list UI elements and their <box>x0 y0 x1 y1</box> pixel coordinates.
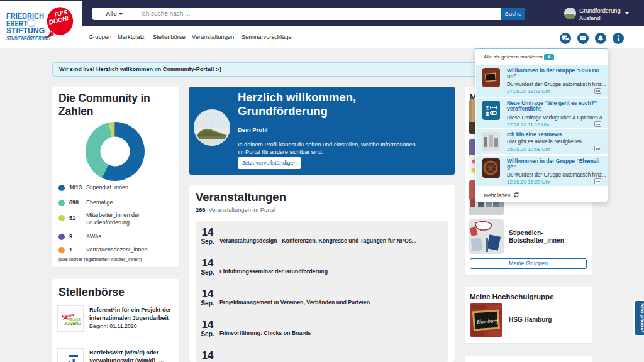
svg-text:STUDIENFÖRDERUNG: STUDIENFÖRDERUNG <box>6 35 50 41</box>
svg-text:Fehler gefunden?: Fehler gefunden? <box>640 304 644 332</box>
svg-text:STIFTUNG: STIFTUNG <box>6 26 45 35</box>
svg-text:JUGEND: JUGEND <box>64 321 81 326</box>
